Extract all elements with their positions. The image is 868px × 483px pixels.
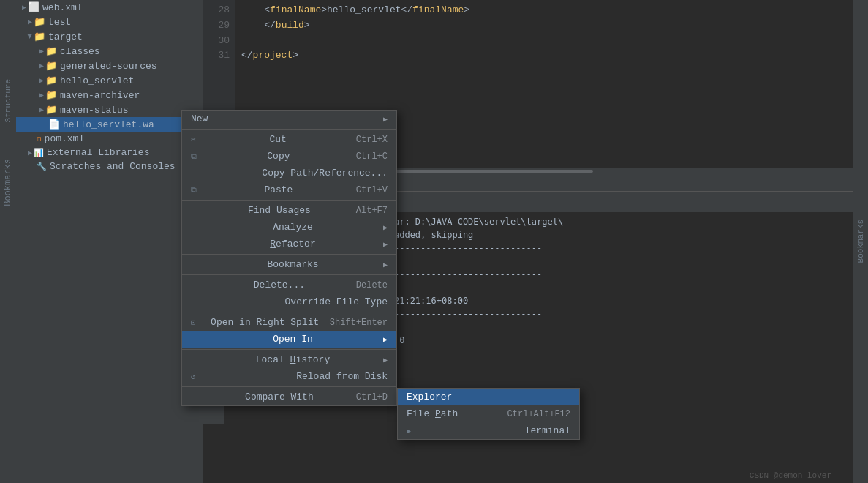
submenu-item-file-path[interactable]: File Path Ctrl+Alt+F12	[398, 405, 579, 422]
menu-item-label: Delete...	[254, 280, 305, 291]
arrow: ▶	[39, 47, 44, 56]
shortcut-right-split: Shift+Enter	[330, 318, 388, 328]
code-line-31: </project>	[241, 48, 848, 64]
menu-item-analyze[interactable]: Analyze ▶	[182, 219, 396, 236]
tree-label: maven-status	[60, 105, 129, 116]
tree-item-maven-archiver[interactable]: ▶ 📁 maven-archiver	[16, 88, 203, 102]
folder-icon: 📁	[34, 31, 45, 42]
submenu-item-terminal[interactable]: ▶ Terminal	[398, 422, 579, 439]
menu-item-cut[interactable]: ✂ Cut Ctrl+X	[182, 131, 396, 148]
menu-item-label: Find Usages	[248, 205, 311, 216]
menu-divider-1	[182, 129, 396, 130]
menu-item-label: Analyze	[273, 222, 313, 233]
submenu-arrow: ▶	[383, 356, 388, 364]
arrow: ▶	[22, 3, 26, 12]
menu-item-open-in[interactable]: Open In ▶	[182, 331, 396, 348]
menu-divider-4	[182, 274, 396, 275]
folder-icon: 📁	[45, 75, 57, 86]
tree-item-pom[interactable]: m pom.xml	[16, 132, 203, 146]
submenu-arrow: ▶	[383, 240, 388, 249]
menu-item-label: Terminal	[525, 425, 570, 436]
submenu-arrow: ▶	[383, 335, 388, 344]
arrow: ▶	[39, 76, 44, 85]
bookmarks-vertical-label[interactable]: Bookmarks	[856, 220, 865, 263]
tree-item-external-libs[interactable]: ▶ 📊 External Libraries	[16, 146, 203, 160]
tree-label: External Libraries	[47, 147, 149, 158]
scratch-icon: 🔧	[37, 162, 47, 171]
menu-item-label: Open in Right Split	[211, 317, 319, 328]
tree-item-war[interactable]: 📄 hello_servlet.wa	[16, 117, 203, 132]
menu-item-find-usages[interactable]: Find Usages Alt+F7	[182, 202, 396, 219]
shortcut-paste: Ctrl+V	[356, 185, 388, 195]
tree-item-classes[interactable]: ▶ 📁 classes	[16, 44, 203, 59]
tree-item-web-xml[interactable]: ▶ ⬜ web.xml	[16, 0, 203, 15]
menu-item-label: Override File Type	[285, 296, 388, 307]
menu-divider-6	[182, 349, 396, 350]
xml-icon: ⬜	[28, 1, 39, 13]
code-line-30	[241, 34, 848, 49]
shortcut-file-path: Ctrl+Alt+F12	[507, 409, 570, 419]
menu-item-paste[interactable]: ⧉ Paste Ctrl+V	[182, 181, 396, 198]
tree-label: classes	[60, 46, 100, 57]
arrow: ▶	[28, 18, 32, 26]
code-line-29: </build>	[241, 18, 848, 34]
menu-item-label: Explorer	[407, 392, 452, 402]
structure-label[interactable]: Structure	[4, 79, 12, 122]
shortcut-delete: Delete	[356, 280, 388, 291]
menu-item-compare-with[interactable]: Compare With Ctrl+D	[182, 389, 396, 405]
submenu-arrow: ▶	[383, 261, 388, 269]
submenu: Explorer File Path Ctrl+Alt+F12 ▶ Termin…	[397, 388, 580, 440]
tree-item-target[interactable]: ▶ 📁 target	[16, 29, 203, 44]
menu-item-refactor[interactable]: Refactor ▶	[182, 236, 396, 252]
pom-icon: m	[37, 135, 42, 143]
split-icon: ⊡	[191, 318, 196, 327]
submenu-item-explorer[interactable]: Explorer	[398, 389, 579, 405]
tree-item-test[interactable]: ▶ 📁 test	[16, 15, 203, 29]
menu-item-open-right-split[interactable]: ⊡ Open in Right Split Shift+Enter	[182, 314, 396, 331]
menu-item-label: Bookmarks	[267, 259, 318, 270]
tree-item-scratches[interactable]: 🔧 Scratches and Consoles	[16, 160, 203, 173]
copy-icon: ⧉	[191, 152, 197, 161]
menu-item-copy-path[interactable]: Copy Path/Reference...	[182, 165, 396, 181]
tree-label: hello_servlet	[60, 75, 134, 86]
menu-item-copy[interactable]: ⧉ Copy Ctrl+C	[182, 148, 396, 165]
menu-item-new[interactable]: New ▶	[182, 111, 396, 127]
tree-label: test	[48, 17, 71, 28]
menu-item-label: Compare With	[245, 392, 314, 402]
arrow: ▶	[39, 105, 44, 114]
file-tree-panel: ▶ ⬜ web.xml ▶ 📁 test ▶ 📁 target ▶ 📁 clas…	[16, 0, 203, 483]
tree-label: pom.xml	[45, 133, 85, 144]
watermark: CSDN @demon-lover	[750, 471, 831, 480]
arrow: ▶	[39, 91, 44, 100]
menu-item-bookmarks[interactable]: Bookmarks ▶	[182, 256, 396, 273]
context-menu: New ▶ ✂ Cut Ctrl+X ⧉ Copy Ctrl+C Copy Pa…	[181, 110, 397, 406]
menu-item-label: Copy Path/Reference...	[262, 168, 388, 179]
tree-item-hello-servlet[interactable]: ▶ 📁 hello_servlet	[16, 73, 203, 88]
menu-item-label: Open In	[273, 334, 313, 345]
shortcut-find: Alt+F7	[356, 206, 388, 216]
folder-icon: 📁	[45, 60, 57, 72]
shortcut-compare: Ctrl+D	[356, 392, 388, 402]
folder-icon: 📁	[45, 45, 57, 57]
right-sidebar: Bookmarks	[853, 0, 868, 483]
menu-item-delete[interactable]: Delete... Delete	[182, 277, 396, 293]
left-sidebar-icons: Structure Bookmarks	[0, 0, 16, 483]
folder-icon: 📁	[45, 104, 57, 116]
arrow: ▶	[39, 61, 44, 70]
menu-item-reload-disk[interactable]: ↺ Reload from Disk	[182, 368, 396, 385]
tree-label: Scratches and Consoles	[50, 161, 176, 172]
folder-icon: 📁	[34, 16, 45, 28]
tree-label: web.xml	[42, 2, 83, 13]
shortcut-cut: Ctrl+X	[356, 135, 388, 145]
menu-divider-7	[182, 386, 396, 387]
tree-item-generated[interactable]: ▶ 📁 generated-sources	[16, 59, 203, 73]
menu-item-label: Reload from Disk	[296, 371, 388, 382]
shortcut-copy: Ctrl+C	[356, 151, 388, 162]
menu-item-override[interactable]: Override File Type	[182, 293, 396, 310]
arrow: ▶	[26, 34, 34, 39]
tree-item-maven-status[interactable]: ▶ 📁 maven-status	[16, 102, 203, 117]
war-icon: 📄	[48, 119, 60, 130]
bookmark-icon[interactable]: Bookmarks	[3, 159, 13, 206]
menu-divider-3	[182, 254, 396, 255]
menu-item-local-history[interactable]: Local History ▶	[182, 351, 396, 368]
